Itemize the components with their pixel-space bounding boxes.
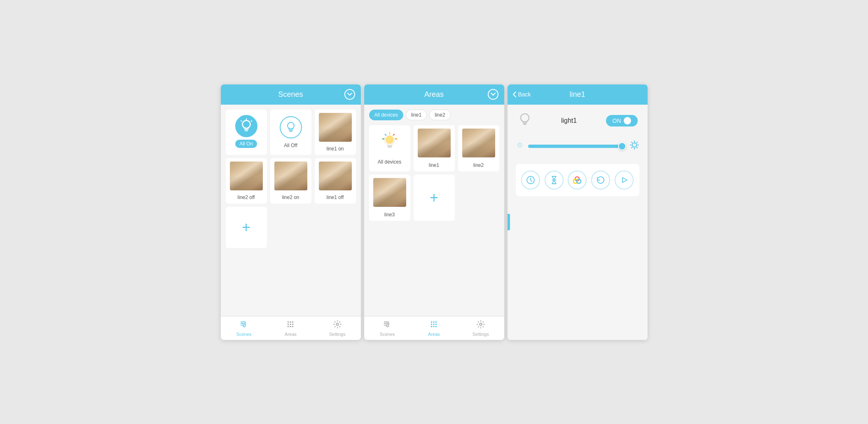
area-line1-thumb [418,129,451,157]
toggle-circle [624,117,631,124]
areas-dropdown-button[interactable] [488,89,498,100]
detail-content: light1 ON [508,105,648,340]
tab-line2[interactable]: line2 [429,110,450,120]
timer-function-button[interactable] [521,171,540,190]
areas-nav-areas[interactable]: Areas [411,316,457,340]
all-on-label-badge: All On [235,140,257,148]
line2-off-label: line2 off [238,194,255,200]
svg-line-22 [385,134,386,135]
svg-point-11 [288,323,289,325]
tab-line1[interactable]: line1 [406,110,427,120]
bulb-icon-active [238,117,255,135]
nav-settings-label: Settings [329,332,346,337]
svg-point-31 [433,321,435,323]
svg-rect-25 [387,145,392,146]
toggle-on-label: ON [613,117,621,124]
area-line2-thumb [462,129,495,157]
svg-point-30 [431,321,433,323]
scene-item-line1-on[interactable]: line1 on [315,110,356,155]
brightness-slider[interactable] [528,145,625,148]
scenes-bottom-nav: Scenes Areas [221,316,361,340]
function-icons-row [516,164,639,196]
area-item-line2[interactable]: line2 [458,125,499,171]
nav-areas-label: Areas [285,332,297,337]
areas-nav-areas-label: Areas [428,332,440,337]
detail-title: line1 [569,90,585,99]
svg-point-13 [292,323,294,325]
scene-item-all-on[interactable]: All On [226,110,267,155]
areas-scenes-nav-icon [383,320,392,330]
all-off-icon-wrap [280,116,302,138]
brightness-row [514,140,641,152]
nav-areas[interactable]: Areas [267,316,314,340]
areas-header: Areas [364,84,504,105]
areas-grid: All devices line1 line2 [369,125,499,221]
line1-off-label: line1 off [327,194,344,200]
scene-item-line2-off[interactable]: line2 off [226,158,267,204]
detail-header: Back line1 [508,84,648,105]
areas-nav-settings[interactable]: Settings [457,316,504,340]
room-image-1 [319,113,352,142]
svg-point-35 [435,323,437,325]
svg-point-24 [386,136,393,143]
back-button[interactable]: Back [512,91,531,98]
svg-point-14 [288,326,289,327]
all-off-label: All Off [284,143,297,148]
area-add-button[interactable]: + [414,175,455,221]
nav-scenes[interactable]: Scenes [221,316,267,340]
hourglass-function-button[interactable] [545,171,564,190]
line2-on-label: line2 on [282,194,299,200]
svg-point-36 [431,326,433,327]
side-bar-handle [508,214,510,230]
svg-point-34 [433,323,435,325]
areas-nav-scenes[interactable]: Scenes [364,316,411,340]
areas-bottom-nav: Scenes Areas [364,316,504,340]
colorful-bulb-icon [379,132,400,157]
play-function-button[interactable] [615,171,634,190]
area-item-all-devices[interactable]: All devices [369,125,410,171]
scene-item-line1-off[interactable]: line1 off [315,158,356,204]
scene-item-line2-on[interactable]: line2 on [270,158,311,204]
area-item-line3[interactable]: line3 [369,175,410,221]
scenes-nav-icon [239,320,248,330]
svg-point-39 [480,323,482,326]
area-line1-label: line1 [429,162,439,168]
back-label: Back [518,91,531,98]
device-bulb-icon [517,111,532,130]
areas-nav-scenes-label: Scenes [380,332,395,337]
nav-scenes-label: Scenes [236,332,252,337]
tab-all-devices[interactable]: All devices [369,110,403,120]
tab-line1-label: line1 [411,112,421,118]
settings-nav-icon [333,320,342,330]
bulb-icon-outline [283,120,298,135]
scenes-title: Scenes [278,90,303,99]
svg-rect-26 [388,146,392,148]
tab-all-devices-label: All devices [374,112,398,118]
line1-on-label: line1 on [326,146,344,152]
area-line3-thumb [373,178,406,207]
svg-point-4 [288,122,294,129]
room-image-7 [373,178,406,207]
svg-point-16 [292,326,294,327]
areas-content: All devices line1 line2 [364,105,504,316]
svg-point-38 [435,326,437,327]
scenes-header: Scenes [221,84,361,105]
svg-point-17 [336,323,339,326]
svg-point-37 [433,326,435,327]
nav-settings[interactable]: Settings [314,316,360,340]
scenes-dropdown-button[interactable] [344,89,355,100]
line1-off-thumb [319,162,352,190]
areas-title: Areas [424,90,444,99]
svg-point-32 [435,321,437,323]
history-function-button[interactable] [591,171,610,190]
area-line2-label: line2 [473,162,484,168]
svg-point-10 [292,321,294,323]
room-image-5 [418,129,451,157]
scene-item-all-off[interactable]: All Off [270,110,311,155]
area-all-devices-label: All devices [378,159,401,165]
color-wheel-function-button[interactable] [568,171,587,190]
area-item-line1[interactable]: line1 [414,125,455,171]
device-toggle[interactable]: ON [606,115,638,126]
svg-point-42 [632,143,636,147]
scene-add-button[interactable]: + [226,207,267,248]
